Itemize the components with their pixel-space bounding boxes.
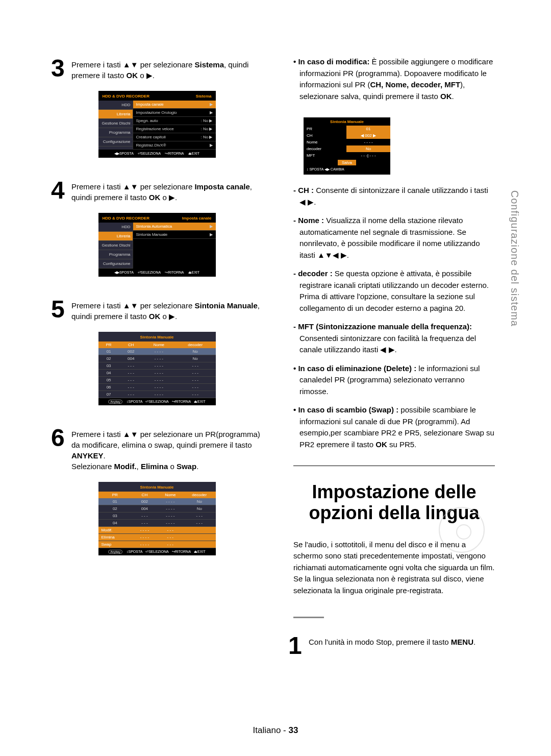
side-tab: Configurazione del sistema — [509, 190, 520, 327]
def-swap: • In caso di scambio (Swap) : possibile … — [293, 404, 495, 450]
disc-icon — [439, 507, 485, 553]
page-footer: Italiano - 33 — [0, 725, 551, 736]
bullet-modifica: • In caso di modifica: È possibile aggiu… — [293, 56, 495, 102]
step-text: Premere i tasti ▲▼ per selezionare Sinto… — [71, 297, 263, 322]
osd-sintonia-manuale-list: Sintonia Manuale PRCHNomedecoder 01002- … — [98, 332, 216, 405]
def-ch: - CH : Consente di sintonizzare il canal… — [293, 185, 495, 208]
separator — [293, 617, 324, 618]
page-content: 3 Premere i tasti ▲▼ per selezionare Sis… — [0, 0, 551, 694]
step-6: 6 Premere i tasti ▲▼ per selezionare un … — [51, 426, 263, 472]
osd-sintonia-manuale-edit: Sintonia Manuale PR01 CH◀ 002 ▶ Nome- - … — [304, 117, 390, 175]
section-title-block: Impostazione delle opzioni della lingua — [288, 481, 500, 524]
osd-imposta-canale: HDD & DVD RECORDERImposta canale HDD Lib… — [98, 213, 216, 277]
step-number: 1 — [288, 633, 309, 658]
step-4: 4 Premere i tasti ▲▼ per selezionare Imp… — [51, 178, 263, 203]
def-decoder: - decoder : Se questa opzione è attivata… — [293, 268, 495, 314]
step-5: 5 Premere i tasti ▲▼ per selezionare Sin… — [51, 297, 263, 322]
step-1-lang: 1 Con l'unità in modo Stop, premere il t… — [288, 633, 500, 658]
step-number: 3 — [51, 56, 71, 81]
step-text: Premere i tasti ▲▼ per selezionare Impos… — [71, 178, 263, 203]
step-number: 4 — [51, 178, 71, 203]
left-column: 3 Premere i tasti ▲▼ per selezionare Sis… — [51, 56, 263, 668]
def-mft: - MFT (Sintonizzazione manuale della fre… — [293, 321, 495, 356]
step-text: Con l'unità in modo Stop, premere il tas… — [309, 633, 475, 647]
right-column: • In caso di modifica: È possibile aggiu… — [288, 56, 500, 668]
step-text: Premere i tasti ▲▼ per selezionare un PR… — [71, 426, 263, 472]
section-title-line1: Impostazione delle — [288, 481, 500, 502]
osd-sintonia-manuale-menu: Sintonia Manuale PRCHNomedecoder 01002- … — [98, 482, 216, 555]
def-nome: - Nome : Visualizza il nome della stazio… — [293, 215, 495, 261]
step-number: 6 — [51, 426, 71, 450]
step-3: 3 Premere i tasti ▲▼ per selezionare Sis… — [51, 56, 263, 81]
step-text: Premere i tasti ▲▼ per selezionare Siste… — [71, 56, 263, 81]
def-delete: • In caso di eliminazione (Delete) : le … — [293, 363, 495, 398]
step-number: 5 — [51, 297, 71, 322]
osd-sistema: HDD & DVD RECORDERSistema HDD Libreria G… — [98, 91, 216, 158]
separator — [293, 466, 495, 466]
